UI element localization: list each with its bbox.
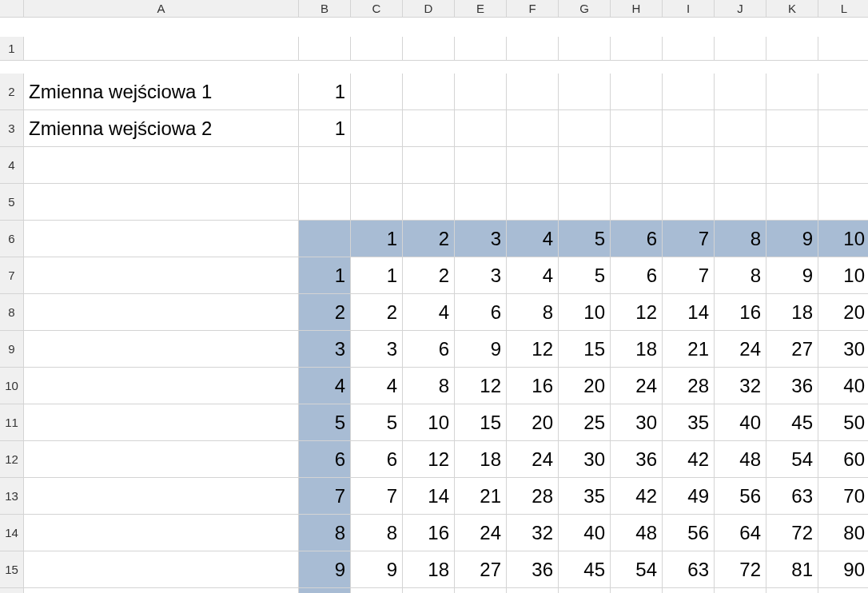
cell-E15[interactable]: 27 — [455, 551, 507, 588]
cell-B14[interactable]: 8 — [299, 515, 351, 551]
cell-J13[interactable]: 56 — [715, 478, 766, 515]
cell-K14[interactable]: 72 — [766, 515, 818, 551]
col-header-G[interactable]: G — [559, 0, 611, 18]
cell-B7[interactable]: 1 — [299, 257, 351, 294]
cell-J8[interactable]: 16 — [715, 294, 766, 331]
cell-A6[interactable] — [24, 221, 299, 257]
cell-F4[interactable] — [507, 147, 559, 184]
cell-C7[interactable]: 1 — [351, 257, 403, 294]
cell-A15[interactable] — [24, 551, 299, 588]
cell-A1[interactable] — [24, 37, 299, 61]
cell-K7[interactable]: 9 — [766, 257, 818, 294]
cell-K5[interactable] — [766, 184, 818, 221]
cell-E12[interactable]: 18 — [455, 441, 507, 478]
cell-I12[interactable]: 42 — [663, 441, 715, 478]
cell-B12[interactable]: 6 — [299, 441, 351, 478]
cell-K16[interactable]: 90 — [766, 588, 818, 593]
cell-J9[interactable]: 24 — [715, 331, 766, 368]
col-header-K[interactable]: K — [766, 0, 818, 18]
cell-G3[interactable] — [559, 110, 611, 147]
cell-L3[interactable] — [818, 110, 868, 147]
cell-L1[interactable] — [818, 37, 868, 61]
cell-A16[interactable] — [24, 588, 299, 593]
cell-D16[interactable]: 20 — [403, 588, 455, 593]
cell-H6[interactable]: 6 — [611, 221, 663, 257]
cell-F7[interactable]: 4 — [507, 257, 559, 294]
cell-G16[interactable]: 50 — [559, 588, 611, 593]
cell-B9[interactable]: 3 — [299, 331, 351, 368]
cell-K11[interactable]: 45 — [766, 404, 818, 441]
cell-J5[interactable] — [715, 184, 766, 221]
cell-F13[interactable]: 28 — [507, 478, 559, 515]
cell-G8[interactable]: 10 — [559, 294, 611, 331]
cell-F5[interactable] — [507, 184, 559, 221]
cell-L15[interactable]: 90 — [818, 551, 868, 588]
cell-B2[interactable]: 1 — [299, 74, 351, 110]
cell-F11[interactable]: 20 — [507, 404, 559, 441]
cell-K15[interactable]: 81 — [766, 551, 818, 588]
cell-B1[interactable] — [299, 37, 351, 61]
col-header-L[interactable]: L — [818, 0, 868, 18]
cell-G4[interactable] — [559, 147, 611, 184]
cell-L5[interactable] — [818, 184, 868, 221]
cell-E8[interactable]: 6 — [455, 294, 507, 331]
cell-D5[interactable] — [403, 184, 455, 221]
col-header-C[interactable]: C — [351, 0, 403, 18]
cell-F16[interactable]: 40 — [507, 588, 559, 593]
row-header-8[interactable]: 8 — [0, 294, 24, 331]
cell-A3[interactable]: Zmienna wejściowa 2 — [24, 110, 299, 147]
col-header-E[interactable]: E — [455, 0, 507, 18]
row-header-15[interactable]: 15 — [0, 551, 24, 588]
cell-H1[interactable] — [611, 37, 663, 61]
cell-J4[interactable] — [715, 147, 766, 184]
cell-A4[interactable] — [24, 147, 299, 184]
cell-I6[interactable]: 7 — [663, 221, 715, 257]
cell-A8[interactable] — [24, 294, 299, 331]
cell-H15[interactable]: 54 — [611, 551, 663, 588]
cell-A10[interactable] — [24, 368, 299, 404]
cell-I13[interactable]: 49 — [663, 478, 715, 515]
cell-F14[interactable]: 32 — [507, 515, 559, 551]
cell-E11[interactable]: 15 — [455, 404, 507, 441]
cell-I9[interactable]: 21 — [663, 331, 715, 368]
cell-E10[interactable]: 12 — [455, 368, 507, 404]
cell-I3[interactable] — [663, 110, 715, 147]
cell-E5[interactable] — [455, 184, 507, 221]
cell-J3[interactable] — [715, 110, 766, 147]
cell-F9[interactable]: 12 — [507, 331, 559, 368]
cell-H16[interactable]: 60 — [611, 588, 663, 593]
cell-C8[interactable]: 2 — [351, 294, 403, 331]
row-header-2[interactable]: 2 — [0, 74, 24, 110]
cell-L2[interactable] — [818, 74, 868, 110]
cell-D4[interactable] — [403, 147, 455, 184]
col-header-A[interactable]: A — [24, 0, 299, 18]
cell-C1[interactable] — [351, 37, 403, 61]
cell-E2[interactable] — [455, 74, 507, 110]
cell-J2[interactable] — [715, 74, 766, 110]
cell-C14[interactable]: 8 — [351, 515, 403, 551]
cell-K8[interactable]: 18 — [766, 294, 818, 331]
row-header-6[interactable]: 6 — [0, 221, 24, 257]
select-all-corner[interactable] — [0, 0, 24, 18]
cell-G15[interactable]: 45 — [559, 551, 611, 588]
cell-L10[interactable]: 40 — [818, 368, 868, 404]
cell-H7[interactable]: 6 — [611, 257, 663, 294]
cell-K13[interactable]: 63 — [766, 478, 818, 515]
cell-H11[interactable]: 30 — [611, 404, 663, 441]
row-header-1[interactable]: 1 — [0, 37, 24, 61]
cell-I11[interactable]: 35 — [663, 404, 715, 441]
cell-G10[interactable]: 20 — [559, 368, 611, 404]
cell-B11[interactable]: 5 — [299, 404, 351, 441]
cell-K2[interactable] — [766, 74, 818, 110]
cell-K6[interactable]: 9 — [766, 221, 818, 257]
cell-I10[interactable]: 28 — [663, 368, 715, 404]
cell-E1[interactable] — [455, 37, 507, 61]
cell-L11[interactable]: 50 — [818, 404, 868, 441]
col-header-J[interactable]: J — [715, 0, 766, 18]
cell-G1[interactable] — [559, 37, 611, 61]
col-header-I[interactable]: I — [663, 0, 715, 18]
cell-E4[interactable] — [455, 147, 507, 184]
cell-J7[interactable]: 8 — [715, 257, 766, 294]
cell-C5[interactable] — [351, 184, 403, 221]
cell-D7[interactable]: 2 — [403, 257, 455, 294]
